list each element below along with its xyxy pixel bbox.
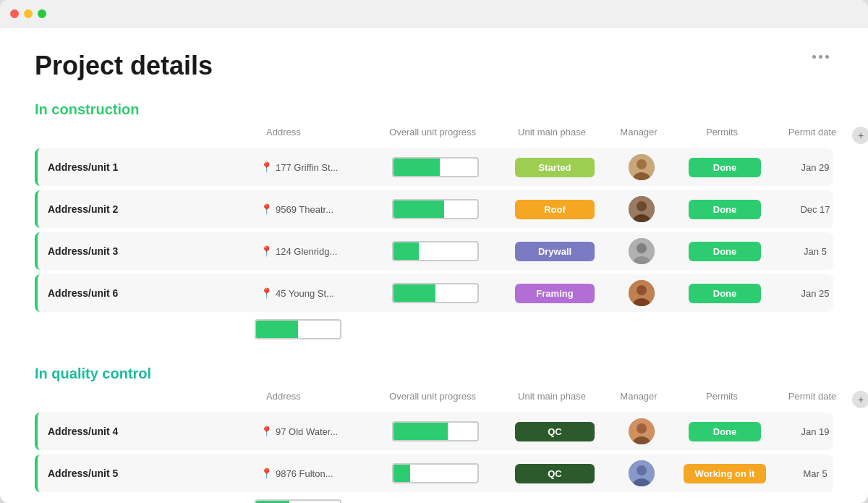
svg-point-1 bbox=[637, 159, 647, 169]
add-construction-button[interactable]: + bbox=[852, 127, 868, 144]
date-text: Jan 25 bbox=[801, 288, 829, 299]
address-text: 9876 Fulton... bbox=[276, 468, 333, 479]
date-text: Jan 19 bbox=[801, 426, 829, 437]
header-add: + bbox=[852, 391, 868, 408]
avatar bbox=[629, 196, 655, 222]
progress-bar bbox=[392, 241, 479, 261]
header-unit bbox=[35, 391, 252, 408]
manager-cell bbox=[609, 280, 674, 306]
address-cell: 📍 45 Young St... bbox=[255, 287, 370, 299]
progress-cell bbox=[370, 241, 501, 261]
header-manager: Manager bbox=[606, 391, 671, 408]
address-text: 45 Young St... bbox=[276, 288, 334, 299]
header-phase: Unit main phase bbox=[498, 127, 606, 144]
avatar bbox=[629, 460, 655, 486]
manager-cell bbox=[609, 238, 674, 264]
construction-table-header: Address Overall unit progress Unit main … bbox=[35, 127, 833, 148]
avatar bbox=[629, 154, 655, 180]
unit-name: Address/unit 3 bbox=[48, 245, 118, 257]
maximize-button[interactable] bbox=[38, 9, 46, 18]
header-progress: Overall unit progress bbox=[367, 127, 498, 144]
header-permit-date: Permit date bbox=[773, 391, 852, 408]
location-icon: 📍 bbox=[260, 245, 273, 257]
header-permits: Permits bbox=[671, 127, 773, 144]
address-cell: 📍 9876 Fulton... bbox=[255, 468, 370, 479]
date-cell: Jan 19 bbox=[775, 426, 855, 437]
permit-cell: Done bbox=[674, 200, 775, 219]
page-title: Project details bbox=[35, 51, 213, 81]
location-icon: 📍 bbox=[260, 203, 273, 215]
add-qc-button[interactable]: + bbox=[852, 391, 868, 408]
manager-cell bbox=[609, 154, 674, 180]
unit-name: Address/unit 4 bbox=[48, 426, 118, 437]
svg-point-13 bbox=[637, 423, 647, 434]
date-cell: Dec 17 bbox=[775, 204, 855, 215]
summary-row-qc bbox=[35, 496, 833, 503]
more-dot-1 bbox=[812, 55, 816, 59]
permit-cell: Working on it bbox=[674, 464, 775, 483]
progress-fill bbox=[393, 284, 435, 302]
phase-badge: Drywall bbox=[515, 242, 595, 261]
summary-progress-fill bbox=[256, 321, 298, 338]
progress-cell bbox=[370, 283, 501, 303]
avatar bbox=[629, 280, 655, 306]
manager-cell bbox=[609, 196, 674, 222]
more-options-button[interactable] bbox=[808, 51, 833, 63]
titlebar bbox=[0, 0, 868, 28]
permit-badge: Working on it bbox=[684, 464, 767, 483]
progress-bar bbox=[392, 283, 479, 303]
unit-name: Address/unit 6 bbox=[48, 287, 118, 299]
location-icon: 📍 bbox=[260, 161, 273, 173]
svg-point-10 bbox=[637, 285, 647, 295]
unit-name-cell: Address/unit 6 bbox=[38, 287, 255, 299]
date-cell: Jan 29 bbox=[775, 162, 855, 173]
progress-bar bbox=[392, 463, 479, 483]
summary-progress-bar-qc bbox=[255, 499, 341, 503]
permit-badge: Done bbox=[689, 158, 761, 177]
svg-point-16 bbox=[637, 465, 647, 475]
phase-badge: QC bbox=[515, 464, 595, 483]
progress-cell bbox=[370, 463, 501, 483]
permit-cell: Done bbox=[674, 242, 775, 261]
phase-badge: QC bbox=[515, 422, 595, 441]
minimize-button[interactable] bbox=[24, 9, 33, 18]
date-text: Dec 17 bbox=[800, 204, 830, 215]
table-row: Address/unit 3 📍 124 Glenridg... Drywall bbox=[35, 232, 833, 270]
address-text: 9569 Theatr... bbox=[276, 204, 333, 215]
phase-cell: Roof bbox=[501, 200, 609, 219]
date-text: Jan 29 bbox=[801, 162, 829, 173]
unit-name: Address/unit 1 bbox=[48, 161, 118, 173]
unit-name-cell: Address/unit 2 bbox=[38, 203, 255, 215]
header-phase: Unit main phase bbox=[498, 391, 606, 408]
progress-cell bbox=[370, 421, 501, 441]
progress-fill bbox=[393, 200, 444, 218]
manager-cell bbox=[609, 418, 674, 444]
permit-cell: Done bbox=[674, 158, 775, 177]
location-icon: 📍 bbox=[260, 287, 273, 299]
summary-row bbox=[35, 316, 833, 342]
header-unit bbox=[35, 127, 252, 144]
svg-point-4 bbox=[637, 201, 647, 211]
address-cell: 📍 177 Griffin St... bbox=[255, 161, 370, 173]
progress-bar bbox=[392, 199, 479, 219]
progress-fill bbox=[393, 158, 440, 176]
qc-table-header: Address Overall unit progress Unit main … bbox=[35, 391, 833, 413]
location-icon: 📍 bbox=[260, 468, 273, 479]
permit-cell: Done bbox=[674, 422, 775, 441]
progress-bar bbox=[392, 421, 479, 441]
date-text: Jan 5 bbox=[804, 246, 827, 257]
header-address: Address bbox=[252, 127, 367, 144]
progress-cell bbox=[370, 157, 501, 177]
header-add: + bbox=[852, 127, 868, 144]
header-permit-date: Permit date bbox=[773, 127, 852, 144]
close-button[interactable] bbox=[10, 9, 19, 18]
progress-cell bbox=[370, 199, 501, 219]
table-row: Address/unit 4 📍 97 Old Water... QC bbox=[35, 413, 833, 450]
permit-badge: Done bbox=[689, 242, 761, 261]
table-row: Address/unit 1 📍 177 Griffin St... Start… bbox=[35, 148, 833, 186]
header-manager: Manager bbox=[606, 127, 671, 144]
more-dot-2 bbox=[819, 55, 822, 59]
unit-name: Address/unit 2 bbox=[48, 203, 118, 215]
address-cell: 📍 97 Old Water... bbox=[255, 426, 370, 437]
table-row: Address/unit 5 📍 9876 Fulton... QC bbox=[35, 455, 833, 492]
